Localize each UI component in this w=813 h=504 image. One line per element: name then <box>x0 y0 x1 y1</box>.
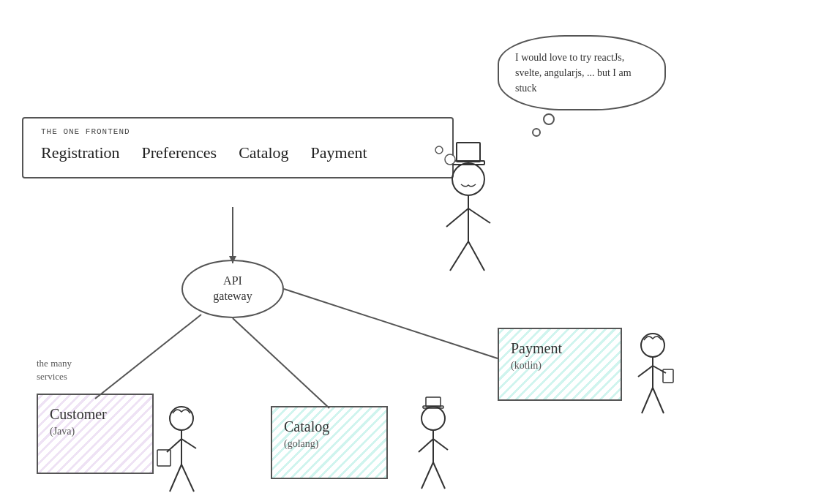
svg-rect-7 <box>457 143 480 162</box>
svg-line-4 <box>284 289 498 358</box>
api-gateway-label: APIgateway <box>213 274 252 304</box>
svg-rect-6 <box>452 161 484 165</box>
svg-rect-23 <box>423 406 443 408</box>
svg-rect-19 <box>157 450 171 466</box>
frontend-item-catalog: Catalog <box>239 143 288 162</box>
catalog-service-name: Catalog <box>284 416 375 437</box>
svg-line-32 <box>638 366 653 377</box>
catalog-service-box: Catalog (golang) <box>271 406 388 479</box>
frontend-label: THE ONE FRONTEND <box>41 127 435 136</box>
payment-service-box: Payment (kotlin) <box>498 328 622 401</box>
svg-line-29 <box>433 462 445 489</box>
payment-service-name: Payment <box>511 338 609 358</box>
svg-rect-24 <box>426 397 441 407</box>
svg-line-10 <box>468 208 490 223</box>
payment-service-lang: (kotlin) <box>511 358 609 373</box>
customer-service-box: Customer (Java) <box>37 394 154 474</box>
frontend-item-preferences: Preferences <box>142 143 217 162</box>
svg-line-11 <box>450 241 468 271</box>
frontend-item-payment: Payment <box>311 143 367 162</box>
frontend-items: Registration Preferences Catalog Payment <box>41 143 435 162</box>
svg-point-5 <box>452 163 484 195</box>
svg-point-30 <box>641 334 664 357</box>
svg-line-27 <box>433 439 448 450</box>
svg-line-17 <box>167 439 181 452</box>
svg-line-35 <box>642 388 653 413</box>
svg-line-12 <box>468 241 484 271</box>
svg-point-15 <box>170 407 193 430</box>
svg-line-3 <box>233 318 329 408</box>
svg-line-26 <box>419 439 433 452</box>
catalog-service-lang: (golang) <box>284 437 375 451</box>
customer-service-name: Customer <box>50 404 141 424</box>
svg-line-36 <box>653 388 664 413</box>
customer-service-lang: (Java) <box>50 424 141 439</box>
frontend-box: THE ONE FRONTEND Registration Preference… <box>22 117 454 178</box>
svg-line-20 <box>170 464 181 492</box>
api-gateway: APIgateway <box>181 260 284 318</box>
svg-rect-34 <box>663 369 673 383</box>
svg-line-2 <box>95 315 201 399</box>
frontend-item-registration: Registration <box>41 143 120 162</box>
svg-line-21 <box>181 464 194 492</box>
svg-line-28 <box>422 462 433 489</box>
thought-bubble: I would love to try reactJs, svelte, ang… <box>498 35 666 110</box>
svg-line-9 <box>446 208 468 227</box>
svg-line-18 <box>181 439 196 448</box>
many-services-label: the manyservices <box>37 357 72 383</box>
svg-point-22 <box>422 407 445 430</box>
svg-line-33 <box>653 366 666 373</box>
